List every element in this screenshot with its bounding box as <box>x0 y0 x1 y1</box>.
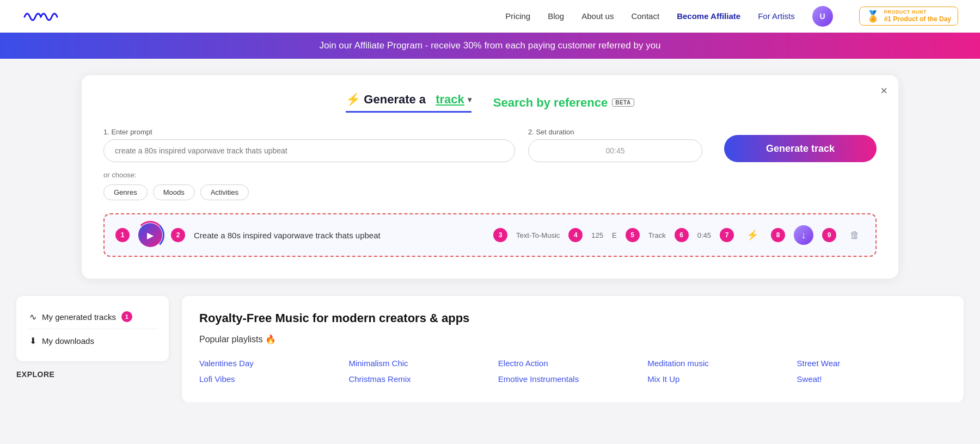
playlist-electro[interactable]: Electro Action <box>498 355 647 371</box>
navbar: Pricing Blog About us Contact Become Aff… <box>0 0 980 33</box>
duration-label: 2. Set duration <box>528 128 702 136</box>
loading-ring <box>136 221 164 249</box>
prompt-group: 1. Enter prompt <box>103 128 515 162</box>
annotation-1: 1 <box>115 228 130 242</box>
tab-search[interactable]: Search by reference BETA <box>493 96 634 110</box>
beta-badge: BETA <box>612 98 634 107</box>
track-type: Text-To-Music <box>516 231 560 239</box>
playlist-christmas[interactable]: Christmas Remix <box>348 371 498 387</box>
sidebar-panel: ∿ My generated tracks 1 ⬇ My downloads E… <box>16 296 169 402</box>
waveform-icon: ∿ <box>29 312 36 322</box>
annotation-6: 6 <box>675 228 689 242</box>
moods-chip[interactable]: Moods <box>153 184 195 200</box>
banner-text: Join our Affiliate Program - receive 30%… <box>319 40 660 51</box>
nav-for-artists[interactable]: For Artists <box>758 11 795 21</box>
dropdown-arrow-icon: ▾ <box>468 95 471 104</box>
explore-title: EXPLORE <box>16 370 169 379</box>
delete-button[interactable]: 🗑 <box>845 225 865 245</box>
playlist-lofi[interactable]: Lofi Vibes <box>199 371 348 387</box>
playlist-sweat[interactable]: Sweat! <box>797 371 946 387</box>
download-sidebar-icon: ⬇ <box>29 336 36 346</box>
playlist-emotive[interactable]: Emotive Instrumentals <box>498 371 647 387</box>
annotation-2: 2 <box>171 228 185 242</box>
close-button[interactable]: × <box>880 84 887 98</box>
download-button[interactable]: ↓ <box>794 225 813 245</box>
activities-chip[interactable]: Activities <box>200 184 249 200</box>
or-choose-label: or choose: <box>103 171 877 179</box>
playlist-mixitup[interactable]: Mix It Up <box>647 371 797 387</box>
tab-generate-label: Generate a <box>364 92 426 107</box>
playlist-col-2: Electro Action Emotive Instrumentals <box>498 355 647 387</box>
annotation-3: 3 <box>493 228 507 242</box>
trash-icon: 🗑 <box>850 230 860 241</box>
nav-links: Pricing Blog About us Contact Become Aff… <box>505 6 958 27</box>
nav-contact[interactable]: Contact <box>631 11 659 21</box>
annotation-7: 7 <box>720 228 734 242</box>
content-title: Royalty-Free Music for modern creators &… <box>199 311 946 325</box>
product-hunt-badge: 🏅 PRODUCT HUNT #1 Product of the Day <box>859 7 958 26</box>
play-button-wrap: ▶ <box>138 223 162 247</box>
generator-panel: × ⚡ Generate a track ▾ Search by referen… <box>82 75 898 279</box>
sidebar-explore: EXPLORE <box>16 370 169 379</box>
chip-row: Genres Moods Activities <box>103 184 877 200</box>
playlist-valentines[interactable]: Valentines Day <box>199 355 348 371</box>
playlist-col-4: Street Wear Sweat! <box>797 355 946 387</box>
form-row: 1. Enter prompt 2. Set duration Generate… <box>103 128 877 162</box>
tab-generate[interactable]: ⚡ Generate a track ▾ <box>346 92 471 113</box>
sidebar-downloads-label: My downloads <box>42 336 94 346</box>
genres-chip[interactable]: Genres <box>103 184 148 200</box>
medal-icon: 🏅 <box>866 10 880 23</box>
track-row-wrapper: 1 ▶ 2 Create a 80s inspired vaporwave tr… <box>103 213 877 257</box>
sidebar-item-generated[interactable]: ∿ My generated tracks 1 <box>27 305 158 329</box>
annotation-9: 9 <box>822 228 836 242</box>
regenerate-button[interactable]: ⚡ <box>743 225 762 245</box>
tab-search-label: Search by reference <box>493 96 608 110</box>
track-duration: 0:45 <box>697 231 711 239</box>
content-panel: Royalty-Free Music for modern creators &… <box>182 296 964 402</box>
bolt-icon: ⚡ <box>346 92 360 107</box>
nav-pricing[interactable]: Pricing <box>505 11 530 21</box>
playlist-col-1: Minimalism Chic Christmas Remix <box>348 355 498 387</box>
playlists-grid: Valentines Day Lofi Vibes Minimalism Chi… <box>199 355 946 387</box>
playlist-meditation[interactable]: Meditation music <box>647 355 797 371</box>
annotation-5: 5 <box>626 228 640 242</box>
prompt-label: 1. Enter prompt <box>103 128 515 136</box>
playlist-col-3: Meditation music Mix It Up <box>647 355 797 387</box>
duration-group: 2. Set duration <box>528 128 702 162</box>
tabs-row: ⚡ Generate a track ▾ Search by reference… <box>103 92 877 113</box>
duration-input[interactable] <box>528 139 702 162</box>
nav-become-affiliate[interactable]: Become Affiliate <box>677 11 740 21</box>
playlist-minimalism[interactable]: Minimalism Chic <box>348 355 498 371</box>
sidebar-tracks-panel: ∿ My generated tracks 1 ⬇ My downloads <box>16 296 169 361</box>
annotation-4: 4 <box>568 228 583 242</box>
nav-about[interactable]: About us <box>581 11 614 21</box>
ph-bottom-text: #1 Product of the Day <box>884 15 951 23</box>
tab-track-word: track <box>436 92 464 107</box>
sidebar-generated-label: My generated tracks <box>42 312 116 322</box>
popular-label: Popular playlists 🔥 <box>199 334 946 344</box>
track-bpm: 125 <box>591 231 603 239</box>
download-icon: ↓ <box>801 230 806 241</box>
nav-blog[interactable]: Blog <box>548 11 564 21</box>
bolt-action-icon: ⚡ <box>746 229 758 241</box>
track-title: Create a 80s inspired vaporwave track th… <box>194 231 485 240</box>
avatar[interactable]: U <box>812 6 833 27</box>
sidebar-item-downloads[interactable]: ⬇ My downloads <box>27 329 158 353</box>
prompt-input[interactable] <box>103 139 515 162</box>
affiliate-banner[interactable]: Join our Affiliate Program - receive 30%… <box>0 33 980 59</box>
playlist-streetwear[interactable]: Street Wear <box>797 355 946 371</box>
bottom-layout: ∿ My generated tracks 1 ⬇ My downloads E… <box>16 296 964 402</box>
ph-top-text: PRODUCT HUNT <box>884 9 951 15</box>
annotation-8: 8 <box>771 228 785 242</box>
logo <box>22 7 65 26</box>
playlist-col-0: Valentines Day Lofi Vibes <box>199 355 348 387</box>
generated-badge: 1 <box>121 311 132 322</box>
track-row: 1 ▶ 2 Create a 80s inspired vaporwave tr… <box>109 218 871 252</box>
generate-track-button[interactable]: Generate track <box>724 135 877 162</box>
track-key: E <box>612 231 617 239</box>
track-label: Track <box>648 231 666 239</box>
